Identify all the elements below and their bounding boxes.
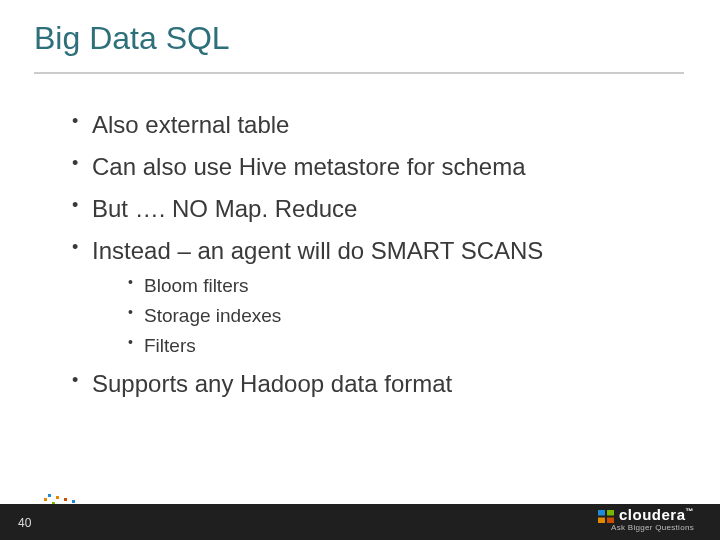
cloudera-glyph-icon (598, 510, 614, 523)
list-item: But …. NO Map. Reduce (72, 194, 680, 224)
list-item: Bloom filters (128, 274, 680, 298)
svg-rect-5 (64, 498, 67, 501)
slide-title: Big Data SQL (34, 20, 230, 57)
list-item: Also external table (72, 110, 680, 140)
svg-rect-1 (48, 494, 51, 497)
svg-rect-16 (607, 510, 614, 516)
svg-rect-7 (72, 500, 75, 503)
bullet-text: But …. NO Map. Reduce (92, 195, 357, 222)
bullet-text: Also external table (92, 111, 289, 138)
list-item: Filters (128, 334, 680, 358)
list-item: Can also use Hive metastore for schema (72, 152, 680, 182)
bullet-text: Filters (144, 335, 196, 356)
bullet-text: Bloom filters (144, 275, 249, 296)
svg-rect-15 (598, 510, 605, 516)
footer-bar: 40 cloudera™ Ask Bigger Questions (0, 504, 720, 540)
svg-rect-0 (44, 498, 47, 501)
trademark-icon: ™ (686, 507, 695, 516)
bullet-text: Supports any Hadoop data format (92, 370, 452, 397)
cloudera-logo: cloudera™ Ask Bigger Questions (598, 507, 694, 532)
slide-content: Also external table Can also use Hive me… (72, 110, 680, 411)
list-item: Storage indexes (128, 304, 680, 328)
page-number: 40 (18, 516, 31, 530)
slide: Big Data SQL Also external table Can als… (0, 0, 720, 540)
svg-rect-3 (56, 496, 59, 499)
sub-bullet-list: Bloom filters Storage indexes Filters (128, 274, 680, 357)
list-item: Supports any Hadoop data format (72, 369, 680, 399)
cloudera-wordmark: cloudera (619, 506, 686, 523)
list-item: Instead – an agent will do SMART SCANS B… (72, 236, 680, 357)
bullet-text: Storage indexes (144, 305, 281, 326)
bullet-text: Can also use Hive metastore for schema (92, 153, 526, 180)
bullet-list: Also external table Can also use Hive me… (72, 110, 680, 399)
svg-rect-17 (598, 518, 605, 524)
cloudera-tagline: Ask Bigger Questions (598, 524, 694, 532)
title-divider (34, 72, 684, 74)
bullet-text: Instead – an agent will do SMART SCANS (92, 237, 543, 264)
